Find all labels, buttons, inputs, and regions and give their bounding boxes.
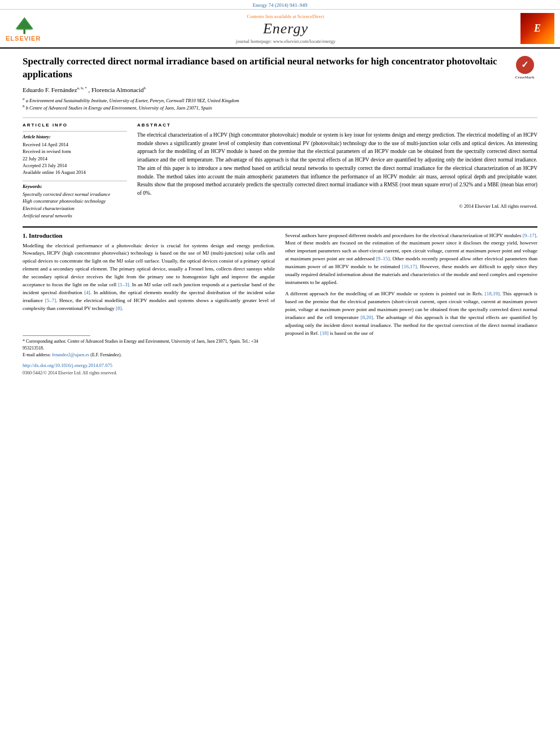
issn-line: 0360-5442/© 2014 Elsevier Ltd. All right… bbox=[23, 370, 275, 375]
affiliations: a a Environment and Sustainability Insti… bbox=[23, 97, 537, 112]
article-info-column: ARTICLE INFO Article history: Received 1… bbox=[23, 123, 127, 220]
revised-date: Received in revised form 22 July 2014 bbox=[23, 148, 127, 162]
body-right-column: Several authors have proposed different … bbox=[285, 232, 537, 375]
footnote-area: * Corresponding author. Centre of Advanc… bbox=[23, 335, 275, 375]
elsevier-logo: ELSEVIER bbox=[6, 15, 51, 42]
keywords-section: Keywords: Spectrally corrected direct no… bbox=[23, 181, 127, 220]
affiliation-b: b b Centre of Advanced Studies in Energy… bbox=[23, 104, 537, 112]
crossmark-badge: ✓ CrossMark bbox=[512, 55, 537, 81]
body-paragraph-right-1: Several authors have proposed different … bbox=[285, 232, 537, 287]
crossmark-icon: ✓ bbox=[516, 56, 534, 74]
keywords-label: Keywords: bbox=[23, 184, 127, 189]
abstract-text: The electrical characterization of a HCP… bbox=[137, 131, 537, 198]
article-info-box: Article history: Received 14 April 2014 … bbox=[23, 131, 127, 176]
sciencedirect-link: Contents lists available at ScienceDirec… bbox=[56, 14, 515, 19]
citation-text: Energy 74 (2014) 941–949 bbox=[252, 2, 307, 8]
body-paragraph-right-2: A different approach for the modelling o… bbox=[285, 290, 537, 338]
journal-homepage: journal homepage: www.elsevier.com/locat… bbox=[56, 38, 515, 44]
copyright-line: © 2014 Elsevier Ltd. All rights reserved… bbox=[137, 201, 537, 209]
divider-1 bbox=[23, 117, 537, 118]
keyword-3: Electrical characterization bbox=[23, 205, 127, 212]
body-paragraph-1: Modelling the electrical performance of … bbox=[23, 242, 275, 313]
authors-line: Eduardo F. Fernándeza, b, * , Florencia … bbox=[23, 86, 537, 93]
section-1-heading: 1. Introduction bbox=[23, 232, 275, 239]
footnote-star: * Corresponding author. Centre of Advanc… bbox=[23, 338, 275, 352]
footnote-email: E-mail address: fenandez2@ujaen.es (E.F.… bbox=[23, 352, 275, 359]
history-label: Article history: bbox=[23, 134, 127, 139]
crossmark-label: CrossMark bbox=[515, 75, 534, 80]
keyword-1: Spectrally corrected direct normal irrad… bbox=[23, 191, 127, 198]
elsevier-text: ELSEVIER bbox=[6, 35, 41, 42]
article-info-abstract: ARTICLE INFO Article history: Received 1… bbox=[23, 123, 537, 220]
doi-line: http://dx.doi.org/10.1016/j.energy.2014.… bbox=[23, 362, 275, 368]
journal-center: Contents lists available at ScienceDirec… bbox=[56, 14, 515, 44]
keyword-4: Artificial neural networks bbox=[23, 212, 127, 220]
main-content: Spectrally corrected direct normal irrad… bbox=[0, 49, 560, 381]
journal-citation: Energy 74 (2014) 941–949 bbox=[0, 0, 560, 10]
journal-thumbnail: E bbox=[520, 13, 554, 44]
received-date: Received 14 April 2014 bbox=[23, 141, 127, 148]
available-date: Available online 16 August 2014 bbox=[23, 169, 127, 176]
main-divider bbox=[23, 226, 537, 228]
article-info-label: ARTICLE INFO bbox=[23, 123, 127, 128]
abstract-label: ABSTRACT bbox=[137, 123, 537, 128]
affiliation-a: a a Environment and Sustainability Insti… bbox=[23, 97, 537, 104]
abstract-column: ABSTRACT The electrical characterization… bbox=[137, 123, 537, 220]
body-content: 1. Introduction Modelling the electrical… bbox=[23, 232, 537, 375]
body-left-column: 1. Introduction Modelling the electrical… bbox=[23, 232, 275, 375]
journal-header: ELSEVIER Contents lists available at Sci… bbox=[0, 10, 560, 49]
article-title: Spectrally corrected direct normal irrad… bbox=[23, 55, 537, 81]
doi-link[interactable]: http://dx.doi.org/10.1016/j.energy.2014.… bbox=[23, 362, 112, 368]
footnote-divider bbox=[23, 335, 90, 336]
accepted-date: Accepted 23 July 2014 bbox=[23, 162, 127, 169]
keyword-2: High concentrator photovoltaic technolog… bbox=[23, 198, 127, 205]
journal-name: Energy bbox=[56, 20, 515, 37]
